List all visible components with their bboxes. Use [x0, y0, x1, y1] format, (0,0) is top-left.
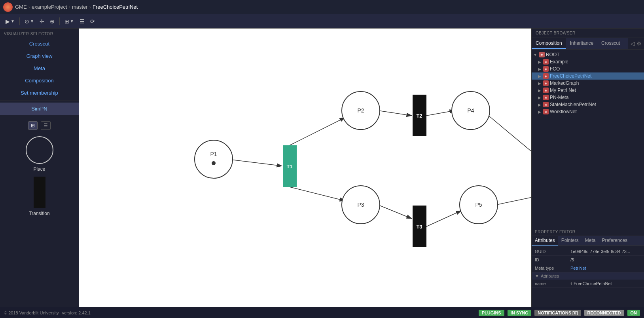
palette-list-btn[interactable]: ☰ [41, 121, 51, 130]
insync-button[interactable]: IN SYNC [508, 310, 532, 316]
workflownet-arrow: ▶ [538, 110, 541, 114]
sidebar-item-crosscut[interactable]: Crosscut [0, 38, 79, 50]
tree-item-statemachine[interactable]: ▶ ◈ StateMachienPetriNet [532, 101, 644, 108]
sidebar-item-setmembership[interactable]: Set membership [0, 87, 79, 99]
tree-label-workflownet: WorkflowNet [550, 109, 577, 114]
toolbar-divider-2 [59, 17, 60, 25]
sidebar-palette: ⊞ ☰ Place Transition [0, 115, 79, 307]
transition-t3-label: T3 [416, 224, 422, 230]
place-p1-token [212, 161, 216, 165]
transition-t2-label: T2 [416, 113, 422, 119]
edge-t2-p4 [426, 110, 455, 116]
plugins-button[interactable]: PLUGINS [479, 310, 504, 316]
freechoice-icon: ◈ [543, 73, 549, 79]
place-p1[interactable] [195, 140, 233, 178]
tree-item-fco[interactable]: ▶ ◈ FCO [532, 65, 644, 72]
tree-label-markedgraph: MarkedGraph [550, 80, 579, 86]
tab-inheritance[interactable]: Inheritance [566, 38, 597, 49]
tree-item-workflownet[interactable]: ▶ ◈ WorkflowNet [532, 108, 644, 115]
right-panel: OBJECT BROWSER Composition Inheritance C… [531, 29, 644, 307]
root-icon: ★ [539, 52, 545, 57]
prop-section-label: Attributes [541, 274, 559, 278]
toolbar-divider-1 [19, 17, 20, 25]
petri-net-diagram[interactable]: P1 P2 P3 P4 P5 T1 T2 T3 [79, 29, 531, 307]
toolbar: ▶ ▼ ⊙ ▼ ✛ ⊕ ⊞ ▼ ☰ ⟳ [0, 14, 644, 29]
edge-p1-t1 [227, 159, 282, 166]
prop-row-id: ID /5 [532, 256, 644, 264]
object-browser-header: OBJECT BROWSER [532, 29, 644, 38]
markedgraph-arrow: ▶ [538, 81, 541, 86]
collapse-all-button[interactable]: ◁ [631, 40, 635, 47]
breadcrumb-branch[interactable]: master [72, 4, 88, 10]
place-p1-label: P1 [210, 151, 217, 157]
prop-val-metatype[interactable]: PetriNet [570, 266, 641, 270]
statemachine-icon: ◈ [543, 102, 549, 107]
example-arrow: ▶ [538, 60, 541, 64]
pnmeta-arrow: ▶ [538, 95, 541, 100]
prop-val-name-text: FreeChoicePetriNet [574, 281, 612, 286]
edge-t1-p2 [290, 118, 345, 145]
prop-val-id: /5 [570, 257, 641, 262]
reconnected-button[interactable]: RECONNECTED [584, 310, 624, 316]
breadcrumb: GME › exampleProject › master › FreeChoi… [15, 4, 138, 10]
edge-p2-t2 [378, 110, 412, 116]
place-p3-label: P3 [357, 202, 364, 208]
tree-label-freechoice: FreeChoicePetriNet [550, 73, 591, 79]
breadcrumb-node[interactable]: FreeChoicePetriNet [93, 4, 138, 10]
tree-label-root: ROOT [546, 52, 560, 57]
prop-tab-preferences[interactable]: Preferences [599, 236, 631, 246]
palette-transition-shape[interactable] [34, 177, 45, 208]
place-p5-label: P5 [475, 202, 482, 208]
sidebar-item-simpn[interactable]: SimPN [0, 103, 79, 115]
move-button[interactable]: ✛ [37, 17, 47, 26]
tree-item-root[interactable]: ▼ ★ ROOT [532, 51, 644, 58]
tree-item-example[interactable]: ▶ ◈ Example [532, 58, 644, 65]
transition-t1-label: T1 [286, 164, 292, 169]
expand-button[interactable]: ⊕ [47, 17, 57, 26]
palette-place-label: Place [33, 166, 45, 172]
palette-place-shape[interactable] [26, 136, 53, 164]
palette-transition-label: Transition [29, 211, 49, 216]
tab-crosscut[interactable]: Crosscut [597, 38, 624, 49]
prop-val-guid: 1e09f49c-778e-3ef5-8c34-73... [570, 249, 641, 254]
topbar: GME › exampleProject › master › FreeChoi… [0, 0, 644, 14]
prop-row-metatype: Meta type PetriNet [532, 264, 644, 272]
tree-item-mypetrinet[interactable]: ▶ ◈ My Petri Net [532, 87, 644, 94]
pnmeta-icon: ◈ [543, 95, 549, 100]
tree-label-statemachine: StateMachienPetriNet [550, 102, 596, 107]
edge-t1-p3 [290, 187, 345, 201]
breadcrumb-project[interactable]: exampleProject [32, 4, 67, 10]
prop-key-metatype: Meta type [535, 266, 570, 270]
prop-tab-attributes[interactable]: Attributes [532, 236, 558, 246]
filter-button[interactable]: ⚙ [636, 40, 642, 47]
checkpoint-button[interactable]: ⊙ ▼ [22, 17, 36, 26]
palette-place-item: Place [26, 136, 53, 172]
tree-item-freechoice[interactable]: ▶ ◈ FreeChoicePetriNet [532, 72, 644, 80]
list-button[interactable]: ☰ [77, 17, 87, 26]
tab-composition[interactable]: Composition [532, 38, 566, 49]
tree-label-mypetrinet: My Petri Net [550, 88, 576, 93]
palette-grid-btn[interactable]: ⊞ [28, 121, 38, 130]
prop-val-name: ℹ FreeChoicePetriNet [570, 281, 641, 286]
palette-transition-item: Transition [29, 177, 49, 216]
tree-item-pnmeta[interactable]: ▶ ◈ PN-Meta [532, 94, 644, 101]
tree-item-markedgraph[interactable]: ▶ ◈ MarkedGraph [532, 80, 644, 87]
breadcrumb-gme[interactable]: GME [15, 4, 27, 10]
edge-p3-t3 [378, 205, 412, 219]
canvas[interactable]: P1 P2 P3 P4 P5 T1 T2 T3 [79, 29, 531, 307]
prop-tab-meta[interactable]: Meta [582, 236, 599, 246]
statemachine-arrow: ▶ [538, 103, 541, 107]
play-button[interactable]: ▶ ▼ [3, 17, 17, 26]
edge-p5-t4 [496, 193, 531, 205]
notifications-button[interactable]: NOTIFICATIONS [0] [534, 310, 581, 316]
refresh-button[interactable]: ⟳ [88, 17, 97, 26]
prop-tab-pointers[interactable]: Pointers [558, 236, 582, 246]
prop-key-id: ID [535, 257, 570, 262]
layout-button[interactable]: ⊞ ▼ [62, 17, 76, 26]
on-button[interactable]: ON [627, 310, 640, 316]
palette-controls: ⊞ ☰ [28, 121, 51, 130]
sidebar-item-graphview[interactable]: Graph view [0, 50, 79, 62]
property-editor-header: PROPERTY EDITOR [532, 228, 644, 236]
sidebar-item-composition[interactable]: Composition [0, 74, 79, 87]
sidebar-item-meta[interactable]: Meta [0, 62, 79, 74]
